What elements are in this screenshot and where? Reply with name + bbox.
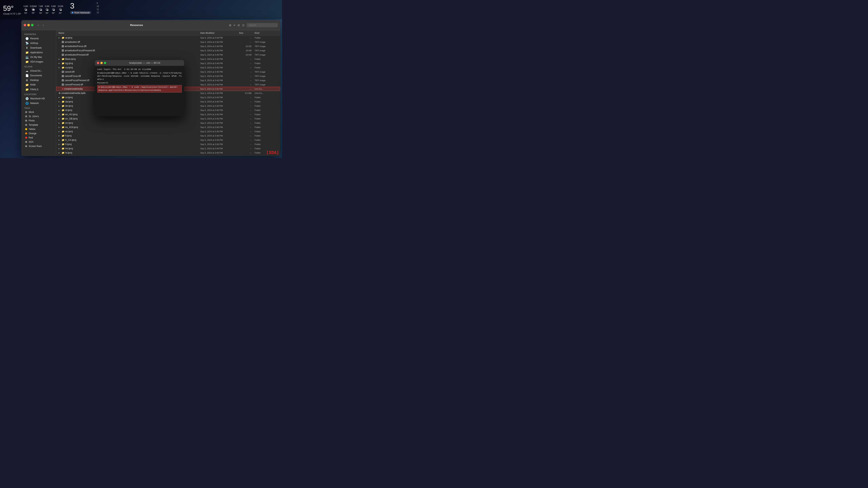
maximize-button[interactable] — [31, 24, 33, 26]
sidebar-item-yellow[interactable]: Yellow — [22, 127, 55, 131]
name-column-header: Name — [59, 32, 200, 34]
table-row[interactable]: ▶ 📁 en_GB.lproj Sep 5, 2024 at 3:46 PM -… — [56, 117, 280, 121]
finder-toolbar: ‹ › Resources ⊞ ≡ ⊟ ⊡ — [21, 20, 280, 30]
file-name: cancelPressed.tiff — [65, 83, 83, 86]
terminal-minimize-button[interactable] — [100, 62, 103, 64]
terminal-close-button[interactable] — [97, 62, 99, 64]
table-row[interactable]: ▶ 📁 fi.lproj Sep 5, 2024 at 3:46 PM -- F… — [56, 134, 280, 138]
terminal-body[interactable]: Last login: Thu Oct 3 02:35:09 on ttys00… — [95, 66, 184, 116]
weather-condition: Cloudy H:73° L:59° — [3, 12, 21, 15]
table-row[interactable]: 🖼 arrowbuttonFocus.tiff Sep 5, 2024 at 3… — [56, 44, 280, 48]
file-size: -- — [239, 79, 255, 82]
file-name: createinstallmedia — [64, 88, 83, 90]
calendar-numbers: 9 10 11 12 — [95, 0, 100, 19]
file-kind: TIFF image — [255, 84, 278, 86]
sidebar-item-label: Red — [29, 136, 33, 139]
folder-icon: 📁 — [62, 143, 64, 145]
sidebar-item-screenrant[interactable]: Screen Rant — [22, 144, 55, 148]
file-date: Sep 5, 2024 at 3:46 PM — [200, 122, 239, 124]
sidebar-item-airdrop[interactable]: 📡 AirDrop — [22, 41, 55, 45]
terminal-titlebar: bradysnyder — -zsh — 80×24 — [95, 60, 184, 66]
sidebar-item-label: Yellow — [29, 128, 35, 131]
file-name: he.lproj — [65, 147, 73, 150]
file-name: arrowbuttonPressed.tiff — [65, 54, 89, 56]
file-kind: Folder — [255, 130, 278, 133]
sidebar-item-documents[interactable]: 📄 Documents — [22, 73, 55, 78]
file-name: arrowbuttonFocusPressed.tiff — [65, 49, 95, 52]
close-button[interactable] — [24, 24, 26, 26]
sidebar-item-applications[interactable]: 📁 Applications — [22, 50, 55, 55]
file-date: Sep 5, 2024 at 3:46 PM — [200, 126, 239, 128]
sidebar-item-icloud-drive[interactable]: ☁ iCloud Dri... — [22, 69, 55, 73]
file-name: fi.lproj — [65, 134, 71, 137]
sidebar-item-template[interactable]: Template — [22, 123, 55, 127]
sidebar-item-orange[interactable]: Orange — [22, 131, 55, 135]
table-row[interactable]: ▶ 📁 hr.lproj Sep 5, 2024 at 3:46 PM -- F… — [56, 155, 280, 156]
expand-icon: ▶ — [59, 143, 61, 145]
template-tag-dot — [25, 124, 27, 126]
table-row[interactable]: ▶ 📁 en.lproj Sep 5, 2024 at 3:46 PM -- F… — [56, 121, 280, 125]
back-button[interactable]: ‹ — [37, 23, 40, 28]
stjohns-tag-dot — [25, 116, 27, 117]
file-size: 10 KB — [239, 45, 255, 47]
sidebar-item-xdaimages[interactable]: 📁 XDA Images — [22, 60, 55, 64]
file-size: -- — [239, 96, 255, 99]
icon-view-button[interactable]: ⊞ — [228, 23, 232, 28]
file-size: -- — [239, 130, 255, 133]
search-input[interactable] — [247, 23, 278, 27]
sidebar-item-macintosh-hd[interactable]: 💿 Macintosh HD — [22, 96, 55, 101]
table-row[interactable]: 🖼 arrowbuttonFocusPressed.tiff Sep 5, 20… — [56, 48, 280, 53]
table-row[interactable]: 🖼 arrowbutton.tiff Sep 5, 2024 at 3:46 P… — [56, 40, 280, 44]
sidebar-item-onmymac[interactable]: 💻 On My Mac — [22, 55, 55, 60]
sidebar-item-recents[interactable]: 🕐 Recents — [22, 36, 55, 41]
file-name: cs.lproj — [65, 96, 73, 99]
weather-hourly: 6 AM 🌤 59° 6:55AM 🌦 59° 7 AM 🌤 59° 8 AM … — [24, 5, 63, 14]
forward-button[interactable]: › — [41, 23, 45, 28]
folder-icon: 📁 — [62, 147, 64, 150]
documents-icon: 📄 — [25, 74, 29, 77]
table-row[interactable]: ▶ 📁 he.lproj Sep 5, 2024 at 3:46 PM -- F… — [56, 147, 280, 151]
sidebar-item-xda[interactable]: XDA — [22, 140, 55, 144]
sidebar-item-desktop[interactable]: 🖥 Desktop — [22, 78, 55, 83]
calendar-dot — [72, 12, 73, 13]
weather-hour-3: 8 AM 🌤 60° — [45, 5, 50, 14]
file-kind: Folder — [255, 105, 278, 107]
applications-icon: 📁 — [25, 51, 29, 54]
xda-logo-container: [ XDA ] — [266, 150, 279, 155]
sidebar-item-network[interactable]: 🌐 Network — [22, 101, 55, 105]
table-row[interactable]: ▶ 📁 es_419.lproj Sep 5, 2024 at 3:46 PM … — [56, 125, 280, 129]
table-row[interactable]: ▶ 📁 hi.lproj Sep 5, 2024 at 3:46 PM -- F… — [56, 151, 280, 155]
sidebar-item-finals[interactable]: 📁 FINALS — [22, 87, 55, 92]
sidebar-item-raw[interactable]: 📁 RAW — [22, 83, 55, 87]
file-date: Sep 5, 2024 at 3:46 PM — [200, 75, 239, 77]
exec-icon: ■ — [62, 88, 63, 90]
file-kind: Folder — [255, 148, 278, 150]
terminal-maximize-button[interactable] — [104, 62, 106, 64]
sidebar-item-downloads[interactable]: ⬇ Downloads — [22, 45, 55, 50]
file-kind: TIFF image — [255, 45, 278, 47]
terminal-line-2: bradysnyder@Bradys-iMac ~ % sudo hdiutil… — [97, 71, 182, 81]
gallery-view-button[interactable]: ⊡ — [241, 23, 245, 28]
sidebar-item-photo[interactable]: Photo — [22, 119, 55, 123]
sidebar-item-red[interactable]: Red — [22, 135, 55, 140]
sidebar-item-stjohns[interactable]: St. John's — [22, 114, 55, 119]
expand-icon: ▶ — [59, 118, 61, 120]
table-row[interactable]: ▶ 📁 ar.lproj Sep 5, 2024 at 3:46 PM -- F… — [56, 36, 280, 40]
sidebar-item-work[interactable]: Work — [22, 110, 55, 114]
expand-icon: ▶ — [59, 105, 61, 107]
file-date: Sep 5, 2024 at 3:46 PM — [200, 66, 239, 69]
file-size: 4.6 MB — [239, 92, 255, 94]
icloud-label: iCloud — [21, 64, 56, 69]
expand-icon: ▶ — [59, 109, 61, 111]
column-view-button[interactable]: ⊟ — [237, 23, 241, 28]
table-row[interactable]: ▶ 📁 es.lproj Sep 5, 2024 at 3:46 PM -- F… — [56, 129, 280, 134]
table-row[interactable]: 🖼 arrowbuttonPressed.tiff Sep 5, 2024 at… — [56, 53, 280, 57]
minimize-button[interactable] — [27, 24, 30, 26]
macintoshhd-icon: 💿 — [25, 97, 29, 100]
list-view-button[interactable]: ≡ — [233, 23, 236, 28]
table-row[interactable]: ▶ 📁 fr_CA.lproj Sep 5, 2024 at 3:46 PM -… — [56, 138, 280, 142]
favorites-label: Favorites — [21, 32, 56, 36]
tiff-icon: 🖼 — [62, 54, 64, 56]
weather-temp: 59° — [3, 4, 21, 12]
table-row[interactable]: ▶ 📁 fr.lproj Sep 5, 2024 at 3:46 PM -- F… — [56, 142, 280, 147]
